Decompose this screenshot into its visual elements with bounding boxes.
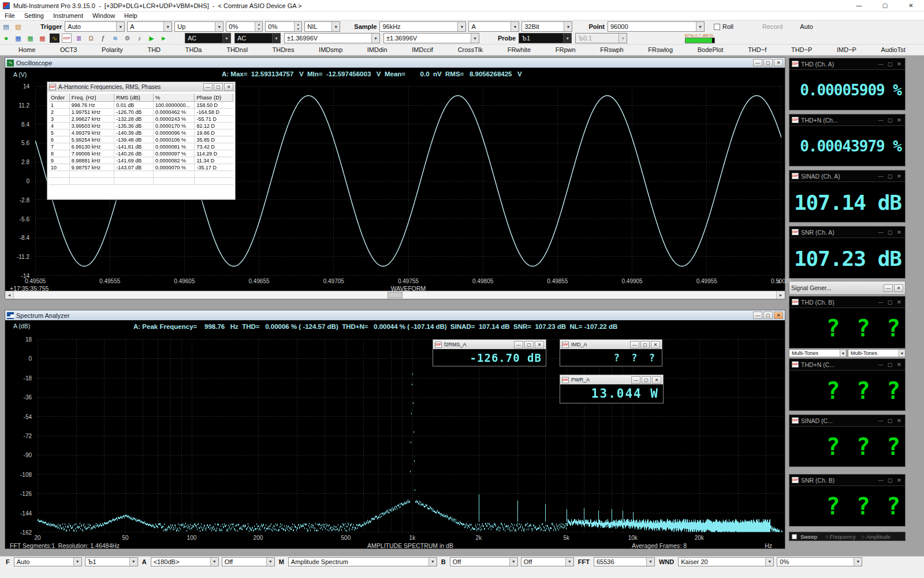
trigger-level-stepper[interactable]: 0%▴▾ bbox=[226, 21, 263, 32]
minimize-button[interactable]: — bbox=[877, 299, 885, 305]
close-button[interactable]: ✕ bbox=[895, 362, 903, 368]
spin-up-icon[interactable]: ▴ bbox=[295, 22, 301, 27]
panel-tab[interactable]: CrossTlk bbox=[458, 46, 483, 53]
minimize-button[interactable]: — bbox=[877, 362, 885, 368]
table-row[interactable]: 10 9.98757 kHz -143.07 dB 0.0000070 % -3… bbox=[49, 164, 233, 171]
window-function-select[interactable]: Kaiser 20▾ bbox=[678, 557, 774, 566]
open-file-icon[interactable]: ▧ bbox=[13, 22, 23, 31]
menu-item[interactable]: Setting bbox=[20, 12, 49, 19]
close-button[interactable]: ✕ bbox=[535, 341, 544, 349]
close-button[interactable]: ✕ bbox=[894, 284, 903, 292]
multimeter-icon[interactable]: ▦ bbox=[13, 34, 23, 43]
maximize-button[interactable]: ▢ bbox=[214, 83, 223, 91]
coupling-b-select[interactable]: AC▾ bbox=[234, 33, 281, 43]
panel-tab[interactable]: Home bbox=[18, 46, 35, 53]
menu-item[interactable]: File bbox=[0, 12, 20, 19]
panel-tab[interactable]: FRpwn bbox=[556, 46, 576, 53]
trigger-source-select[interactable]: A▾ bbox=[127, 21, 172, 32]
bit-depth-select[interactable]: 32Bit▾ bbox=[521, 21, 572, 32]
maximize-button[interactable]: ▢ bbox=[642, 376, 651, 384]
a-mode-select[interactable]: Off▾ bbox=[222, 557, 275, 566]
menu-item[interactable]: Instrument bbox=[49, 12, 88, 19]
b-mode-select[interactable]: Off▾ bbox=[521, 557, 574, 566]
minimize-button[interactable]: — bbox=[630, 341, 639, 349]
panel-tab[interactable]: THD bbox=[147, 46, 161, 53]
signal-generator-bar[interactable]: Signal Gener... —✕ bbox=[789, 281, 906, 295]
measurement-mode-select[interactable]: Amplitude Spectrum▾ bbox=[288, 557, 437, 566]
minimize-button[interactable]: — bbox=[846, 0, 872, 11]
panel-tab[interactable]: OCT3 bbox=[60, 46, 77, 53]
minimize-button[interactable]: — bbox=[877, 173, 885, 179]
close-button[interactable]: ✕ bbox=[895, 117, 903, 123]
table-row[interactable]: 2 1.99751 kHz -126.70 dB 0.0000462 % -16… bbox=[49, 109, 233, 116]
spectrum-plot[interactable] bbox=[38, 339, 783, 532]
new-file-icon[interactable]: ▤ bbox=[1, 22, 11, 31]
sample-rate-select[interactable]: 96kHz▾ bbox=[379, 21, 466, 32]
range-b-select[interactable]: ±1.36996V▾ bbox=[383, 33, 479, 43]
record-button[interactable]: Record bbox=[762, 23, 783, 30]
maximize-button[interactable]: ▢ bbox=[886, 362, 894, 368]
roll-option[interactable]: Roll bbox=[714, 23, 733, 30]
roll-checkbox[interactable] bbox=[714, 24, 720, 30]
minimize-button[interactable]: — bbox=[631, 376, 640, 384]
play-icon[interactable]: ▶ bbox=[147, 34, 157, 43]
maximize-button[interactable]: ▢ bbox=[524, 341, 534, 349]
sound-meter-icon[interactable]: ♪ bbox=[135, 34, 144, 43]
device-test-plan-icon[interactable]: ≣ bbox=[74, 34, 84, 43]
minimize-button[interactable]: — bbox=[884, 284, 893, 292]
maximize-button[interactable]: ▢ bbox=[886, 299, 894, 305]
panel-tab[interactable]: FRwhite bbox=[508, 46, 531, 53]
minimize-button[interactable]: — bbox=[877, 418, 885, 424]
close-button[interactable]: ✕ bbox=[774, 59, 783, 66]
panel-tab[interactable]: IMDccif bbox=[412, 46, 433, 53]
spin-down-icon[interactable]: ▾ bbox=[255, 27, 262, 31]
table-row[interactable]: 9 8.98881 kHz -141.69 dB 0.0000082 % 11.… bbox=[49, 157, 233, 164]
maximize-button[interactable]: ▢ bbox=[886, 477, 894, 483]
table-row[interactable]: 3 2.99627 kHz -132.28 dB 0.0000243 % -55… bbox=[49, 116, 233, 123]
minimize-button[interactable]: — bbox=[877, 477, 885, 483]
vibrometer-icon[interactable]: ≋ bbox=[110, 34, 120, 43]
derived-data-icon[interactable]: ƒ bbox=[98, 34, 108, 43]
panel-tab[interactable]: FRswlog bbox=[648, 46, 673, 53]
trigger-hpf-select[interactable]: NIL▾ bbox=[304, 21, 340, 32]
minimize-button[interactable]: — bbox=[203, 83, 213, 91]
minimize-button[interactable]: — bbox=[753, 59, 762, 66]
minimize-button[interactable]: — bbox=[877, 229, 885, 235]
minimize-button[interactable]: — bbox=[514, 341, 523, 349]
scrollbar-track[interactable] bbox=[14, 291, 776, 299]
panel-tab[interactable]: THDres bbox=[273, 46, 295, 53]
close-button[interactable]: ✕ bbox=[224, 83, 233, 91]
menu-item[interactable]: Window bbox=[88, 12, 120, 19]
panel-tab[interactable]: IMDsmp bbox=[319, 46, 342, 53]
maximize-button[interactable]: ▢ bbox=[886, 117, 894, 123]
close-button[interactable]: ✕ bbox=[651, 341, 660, 349]
horizontal-scrollbar[interactable]: ◄ ► bbox=[5, 291, 785, 299]
maximize-button[interactable]: ▢ bbox=[886, 61, 894, 67]
maximize-button[interactable]: ▢ bbox=[872, 0, 898, 11]
panel-tab[interactable]: THDnsl bbox=[226, 46, 248, 53]
scroll-left-icon[interactable]: ◄ bbox=[5, 291, 14, 299]
panel-tab[interactable]: THD~P bbox=[791, 46, 812, 53]
minimize-button[interactable]: — bbox=[877, 61, 885, 67]
range-a-select[interactable]: ±1.36996V▾ bbox=[284, 33, 380, 43]
spin-down-icon[interactable]: ▾ bbox=[295, 27, 301, 31]
close-button[interactable]: ✕ bbox=[774, 312, 783, 319]
frequency-radio[interactable]: ○Frequency bbox=[825, 533, 856, 540]
close-button[interactable]: ✕ bbox=[895, 173, 903, 179]
lcr-meter-icon[interactable]: Ω bbox=[86, 34, 96, 43]
probe-b-select[interactable]: Ъ0.1▾ bbox=[575, 33, 627, 43]
probe-status-select[interactable]: Ъ1▾ bbox=[85, 557, 138, 566]
record-length-select[interactable]: 96000▾ bbox=[608, 21, 705, 32]
panel-tab[interactable]: AudioTst bbox=[881, 46, 906, 53]
close-button[interactable]: ✕ bbox=[895, 477, 903, 483]
close-button[interactable]: ✕ bbox=[895, 299, 903, 305]
signal-generator-icon[interactable]: ∿ bbox=[50, 34, 59, 43]
spin-up-icon[interactable]: ▴ bbox=[255, 22, 262, 27]
panel-tab[interactable]: THDa bbox=[185, 46, 202, 53]
table-row[interactable]: 6 5.99254 kHz -139.48 dB 0.0000106 % 35.… bbox=[49, 136, 233, 143]
fft-size-select[interactable]: 65536▾ bbox=[594, 557, 655, 566]
table-row[interactable]: 5 4.99379 kHz -140.39 dB 0.0000096 % 19.… bbox=[49, 129, 233, 136]
minimize-button[interactable]: — bbox=[753, 312, 762, 319]
close-button[interactable]: ✕ bbox=[652, 376, 661, 384]
table-row[interactable]: 7 6.99130 kHz -141.81 dB 0.0000081 % 73.… bbox=[49, 143, 233, 150]
